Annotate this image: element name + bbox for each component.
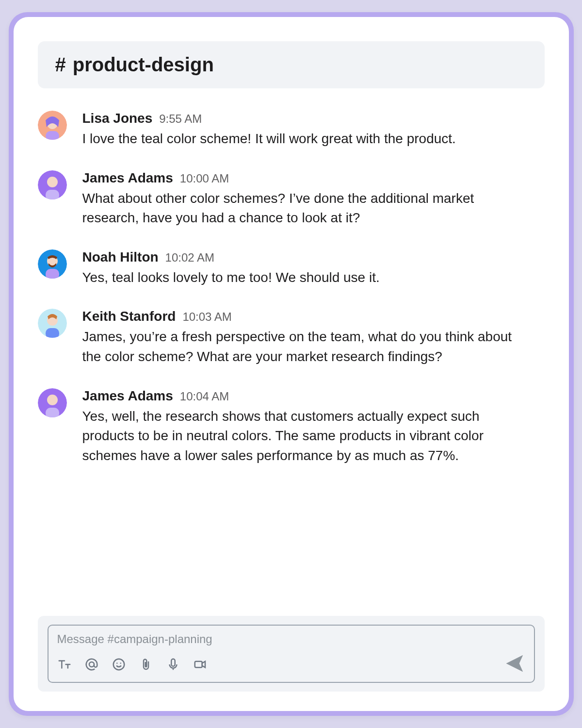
microphone-icon[interactable] bbox=[166, 657, 180, 672]
message-text: I love the teal color scheme! It will wo… bbox=[82, 129, 529, 149]
svg-point-4 bbox=[47, 177, 58, 187]
channel-name: product-design bbox=[73, 54, 214, 76]
message-timestamp: 10:04 AM bbox=[180, 390, 229, 403]
avatar-james[interactable] bbox=[38, 388, 67, 417]
svg-point-13 bbox=[47, 395, 58, 405]
message-list: Lisa Jones 9:55 AM I love the teal color… bbox=[38, 111, 545, 596]
message-timestamp: 10:00 AM bbox=[180, 172, 229, 185]
composer bbox=[48, 625, 535, 683]
svg-rect-19 bbox=[171, 659, 175, 666]
svg-point-15 bbox=[89, 662, 94, 667]
svg-rect-14 bbox=[46, 408, 59, 417]
avatar-noah[interactable] bbox=[38, 249, 67, 279]
video-icon[interactable] bbox=[193, 657, 208, 672]
chat-panel: # product-design Lisa Jones 9:55 AM I lo… bbox=[14, 17, 569, 711]
emoji-icon[interactable] bbox=[112, 657, 126, 672]
message-text: James, you’re a fresh perspective on the… bbox=[82, 327, 529, 366]
svg-point-17 bbox=[116, 662, 118, 664]
avatar-keith[interactable] bbox=[38, 309, 67, 338]
svg-rect-8 bbox=[46, 269, 59, 279]
svg-rect-11 bbox=[46, 328, 59, 338]
message-author: Keith Stanford bbox=[82, 309, 176, 324]
hash-icon: # bbox=[55, 54, 66, 76]
message-text: What about other color schemes? I’ve don… bbox=[82, 189, 529, 228]
composer-container bbox=[38, 616, 545, 692]
message-timestamp: 9:55 AM bbox=[159, 112, 202, 126]
send-button[interactable] bbox=[504, 653, 525, 676]
message-input[interactable] bbox=[57, 632, 525, 646]
svg-point-18 bbox=[120, 662, 121, 664]
message-author: Lisa Jones bbox=[82, 111, 153, 126]
message-row: Keith Stanford 10:03 AM James, you’re a … bbox=[38, 309, 545, 366]
message-author: Noah Hilton bbox=[82, 249, 159, 265]
attachment-icon[interactable] bbox=[139, 657, 153, 672]
message-timestamp: 10:03 AM bbox=[182, 310, 231, 324]
message-text: Yes, well, the research shows that custo… bbox=[82, 407, 529, 466]
mention-icon[interactable] bbox=[84, 657, 99, 672]
message-row: Lisa Jones 9:55 AM I love the teal color… bbox=[38, 111, 545, 149]
svg-point-16 bbox=[113, 659, 124, 670]
svg-rect-20 bbox=[194, 662, 202, 668]
avatar-lisa[interactable] bbox=[38, 111, 67, 140]
message-row: Noah Hilton 10:02 AM Yes, teal looks lov… bbox=[38, 249, 545, 288]
svg-rect-5 bbox=[46, 190, 59, 199]
svg-rect-2 bbox=[46, 131, 59, 140]
window-frame: # product-design Lisa Jones 9:55 AM I lo… bbox=[9, 12, 574, 716]
channel-header[interactable]: # product-design bbox=[38, 41, 545, 88]
message-row: James Adams 10:00 AM What about other co… bbox=[38, 170, 545, 228]
message-row: James Adams 10:04 AM Yes, well, the rese… bbox=[38, 388, 545, 466]
message-timestamp: 10:02 AM bbox=[165, 251, 214, 265]
message-author: James Adams bbox=[82, 388, 173, 404]
message-text: Yes, teal looks lovely to me too! We sho… bbox=[82, 268, 529, 288]
message-author: James Adams bbox=[82, 170, 173, 186]
format-icon[interactable] bbox=[57, 657, 72, 672]
composer-toolbar bbox=[57, 657, 208, 672]
avatar-james[interactable] bbox=[38, 170, 67, 199]
